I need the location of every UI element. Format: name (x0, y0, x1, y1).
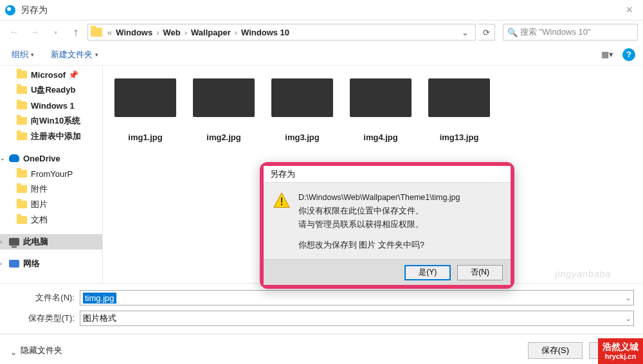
window-title: 另存为 (21, 5, 620, 16)
thumbnail-icon (271, 78, 333, 117)
yes-button[interactable]: 是(Y) (404, 265, 451, 280)
pin-icon: 📌 (68, 70, 78, 80)
organize-menu[interactable]: 组织 (8, 46, 38, 63)
search-icon: 🔍 (507, 28, 518, 37)
forward-button[interactable]: → (26, 23, 44, 41)
folder-icon (17, 132, 27, 140)
filetype-value: 图片格式 (83, 313, 116, 324)
sidebar-onedrive[interactable]: ⌄OneDrive (0, 150, 102, 166)
sidebar-item-microsoft[interactable]: Microsof📌 (0, 67, 102, 82)
file-item[interactable]: img3.jpg (271, 78, 333, 142)
warning-icon: ! (273, 192, 291, 210)
chevron-right-icon[interactable]: › (0, 239, 2, 245)
close-icon[interactable]: × (620, 3, 638, 17)
search-placeholder: 搜索 "Windows 10" (520, 26, 591, 38)
watermark: jingyanbaba (555, 269, 611, 279)
crumb-windows[interactable]: Windows (113, 28, 155, 37)
help-button[interactable]: ? (622, 48, 635, 61)
dialog-question: 你想改为保存到 图片 文件夹中吗? (298, 239, 460, 251)
dialog-text: D:\Windows\Web\Wallpaper\Theme1\timg.jpg… (298, 192, 460, 253)
save-button[interactable]: 保存(S) (528, 342, 583, 359)
crumb-wallpaper[interactable]: Wallpaper (188, 28, 233, 37)
sidebar-item-usb[interactable]: U盘Readyb (0, 82, 102, 98)
hide-folders-toggle[interactable]: 隐藏文件夹 (10, 345, 62, 356)
crumb-windows10[interactable]: Windows 10 (239, 28, 292, 37)
dialog-line2: 请与管理员联系以获得相应权限。 (298, 219, 460, 231)
file-item[interactable]: img4.jpg (350, 78, 412, 142)
new-folder-button[interactable]: 新建文件夹 (47, 46, 102, 63)
chevron-right-icon[interactable]: › (0, 260, 2, 267)
folder-icon (17, 185, 27, 193)
file-fields: 文件名(N): timg.jpg ⌄ 保存类型(T): 图片格式 ⌄ (0, 283, 643, 334)
chevron-right-icon[interactable]: › (233, 28, 239, 37)
recent-dropdown[interactable]: ▾ (46, 23, 64, 41)
search-input[interactable]: 🔍 搜索 "Windows 10" (503, 24, 638, 41)
filename-value: timg.jpg (83, 293, 116, 304)
thumbnail-icon (350, 78, 412, 117)
address-dropdown[interactable]: ⌄ (458, 28, 473, 37)
crumb-web[interactable]: Web (161, 28, 183, 37)
up-button[interactable]: ↑ (67, 23, 85, 41)
pc-icon (9, 238, 19, 246)
sidebar-item-documents[interactable]: 文档 (0, 212, 102, 228)
nav-row: ← → ▾ ↑ « Windows › Web › Wallpaper › Wi… (0, 21, 643, 44)
filename-label: 文件名(N): (9, 292, 80, 304)
chevron-down-icon[interactable]: ⌄ (626, 295, 631, 302)
folder-icon (17, 170, 27, 177)
back-button[interactable]: ← (5, 23, 23, 41)
folder-icon (91, 28, 102, 37)
network-icon (9, 260, 19, 268)
thumbnail-grid: img1.jpg img2.jpg img3.jpg img4.jpg img1… (114, 78, 631, 142)
folder-icon (17, 117, 27, 125)
sidebar-item-pictures[interactable]: 图片 (0, 197, 102, 212)
svg-text:!: ! (280, 196, 283, 207)
thumbnail-icon (193, 78, 255, 117)
chevron-down-icon[interactable]: ⌄ (0, 155, 5, 161)
filename-input[interactable]: timg.jpg ⌄ (80, 290, 634, 305)
folder-icon (17, 201, 27, 208)
dialog-line1: 你没有权限在此位置中保存文件。 (298, 205, 460, 217)
dialog-buttons: 是(Y) 否(N) (264, 259, 511, 285)
permission-dialog: 另存为 ! D:\Windows\Web\Wallpaper\Theme1\ti… (260, 162, 514, 289)
chevron-down-icon[interactable]: ⌄ (626, 315, 631, 322)
dialog-title: 另存为 (264, 166, 511, 183)
sidebar-item-registry[interactable]: 注册表中添加 (0, 129, 102, 144)
chevron-right-icon[interactable]: › (155, 28, 160, 37)
sidebar-item-win10[interactable]: 向Win10系统 (0, 113, 102, 129)
sidebar: Microsof📌 U盘Readyb Windows 1 向Win10系统 注册… (0, 66, 103, 283)
sidebar-thispc[interactable]: ›此电脑 (0, 234, 102, 250)
file-item[interactable]: img1.jpg (114, 78, 176, 142)
refresh-button[interactable]: ⟳ (478, 24, 495, 41)
dialog-path: D:\Windows\Web\Wallpaper\Theme1\timg.jpg (298, 192, 460, 204)
thumbnail-icon (114, 78, 176, 117)
sidebar-item-fromyourp[interactable]: FromYourP (0, 166, 102, 181)
crumb-overflow[interactable]: « (106, 28, 113, 37)
folder-icon (17, 86, 27, 94)
folder-icon (17, 216, 27, 224)
titlebar: 另存为 × (0, 0, 643, 21)
app-icon (5, 5, 15, 15)
sidebar-item-attachments[interactable]: 附件 (0, 181, 102, 197)
chevron-right-icon[interactable]: › (183, 28, 188, 37)
file-item[interactable]: img2.jpg (193, 78, 255, 142)
footer: 隐藏文件夹 保存(S) 取消 (0, 334, 643, 364)
filetype-label: 保存类型(T): (9, 313, 80, 324)
address-bar[interactable]: « Windows › Web › Wallpaper › Windows 10… (87, 24, 476, 41)
file-item[interactable]: img13.jpg (428, 78, 490, 142)
site-badge: 浩然义城 hryckj.cn (598, 338, 643, 364)
thumbnail-icon (428, 78, 490, 117)
toolbar: 组织 新建文件夹 ▦▾ ? (0, 44, 643, 66)
folder-icon (17, 102, 27, 109)
badge-line2: hryckj.cn (605, 352, 636, 361)
folder-icon (17, 71, 27, 78)
no-button[interactable]: 否(N) (457, 265, 503, 280)
badge-line1: 浩然义城 (602, 341, 638, 352)
onedrive-icon (9, 154, 19, 162)
sidebar-network[interactable]: ›网络 (0, 256, 102, 271)
sidebar-item-windows1[interactable]: Windows 1 (0, 98, 102, 113)
filetype-select[interactable]: 图片格式 ⌄ (80, 311, 634, 326)
view-options-button[interactable]: ▦▾ (599, 48, 615, 62)
